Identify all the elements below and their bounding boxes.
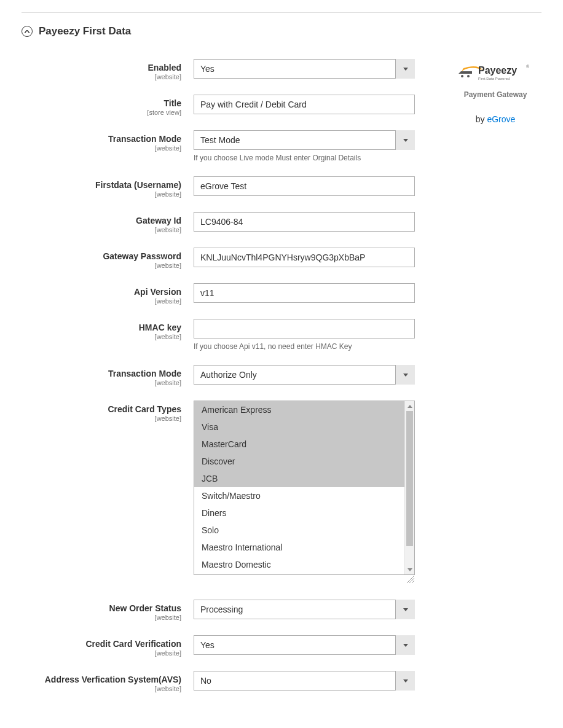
multiselect-option[interactable]: MasterCard <box>194 436 404 453</box>
input-api-version[interactable] <box>194 283 415 303</box>
select-ccv[interactable]: Yes <box>194 635 415 655</box>
chevron-down-icon <box>395 671 415 691</box>
field-payment-action: Transaction Mode [website] Authorize Onl… <box>22 365 431 386</box>
by-egrove: by eGrove <box>449 114 541 124</box>
svg-point-1 <box>467 75 470 77</box>
by-text: by <box>476 114 487 124</box>
sidebar-column: Payeezy First Data Powered ® Payment Gat… <box>431 59 541 124</box>
label-api-version: Api Version <box>22 287 181 297</box>
input-firstdata-username[interactable] <box>194 176 415 196</box>
scope-website: [website] <box>22 415 181 422</box>
note-transaction-mode: If you choose Live mode Must enter Orgin… <box>194 154 415 162</box>
scope-website: [website] <box>22 190 181 198</box>
field-hmac-key: HMAC key [website] If you choose Api v11… <box>22 319 431 351</box>
field-credit-card-types: Credit Card Types [website] American Exp… <box>22 401 431 575</box>
select-payment-action[interactable]: Authorize Only <box>194 365 415 385</box>
multiselect-option[interactable]: Solo <box>194 522 404 539</box>
input-title[interactable] <box>194 95 415 114</box>
select-avs-value: No <box>194 671 415 691</box>
payeezy-logo: Payeezy First Data Powered ® <box>449 59 541 85</box>
label-payment-action: Transaction Mode <box>22 369 181 378</box>
label-credit-card-types: Credit Card Types <box>22 404 181 414</box>
multiselect-option[interactable]: American Express <box>194 401 404 418</box>
form-column: Enabled [website] Yes Title [store view] <box>22 59 431 706</box>
field-ccv: Credit Card Verification [website] Yes <box>22 635 431 657</box>
svg-text:Payeezy: Payeezy <box>478 65 517 76</box>
chevron-down-icon <box>395 635 415 655</box>
input-gateway-id[interactable] <box>194 212 415 232</box>
input-hmac-key[interactable] <box>194 319 415 339</box>
label-title: Title <box>22 98 181 108</box>
label-firstdata-username: Firstdata (Username) <box>22 180 181 190</box>
scope-website: [website] <box>22 333 181 340</box>
label-gateway-password: Gateway Password <box>22 251 181 261</box>
label-new-order-status: New Order Status <box>22 603 181 613</box>
resize-grip-icon[interactable] <box>406 574 414 583</box>
logo-subtext: First Data Powered <box>478 77 510 80</box>
input-gateway-password[interactable] <box>194 248 415 267</box>
svg-point-0 <box>461 75 463 77</box>
multiselect-option[interactable]: Diners <box>194 504 404 522</box>
select-enabled-value: Yes <box>194 59 415 79</box>
scope-website: [website] <box>22 614 181 621</box>
multiselect-option[interactable]: Visa <box>194 418 404 436</box>
label-gateway-id: Gateway Id <box>22 216 181 225</box>
select-new-order-status[interactable]: Processing <box>194 600 415 619</box>
chevron-down-icon <box>395 365 415 385</box>
multiselect-option[interactable]: Discover <box>194 453 404 470</box>
section-title: Payeezy First Data <box>39 25 131 37</box>
scope-website: [website] <box>22 685 181 692</box>
chevron-down-icon <box>395 130 415 150</box>
scroll-thumb[interactable] <box>406 411 413 546</box>
select-payment-action-value: Authorize Only <box>194 365 415 385</box>
select-transaction-mode[interactable]: Test Mode <box>194 130 415 150</box>
scroll-up-icon <box>405 401 414 411</box>
field-transaction-mode: Transaction Mode [website] Test Mode If … <box>22 130 431 162</box>
note-hmac-key: If you choose Api v11, no need enter HMA… <box>194 342 415 351</box>
scope-website: [website] <box>22 144 181 152</box>
select-new-order-status-value: Processing <box>194 600 415 619</box>
collapse-up-icon <box>22 26 33 37</box>
field-firstdata-username: Firstdata (Username) [website] <box>22 176 431 198</box>
scrollbar[interactable] <box>404 401 414 574</box>
chevron-down-icon <box>395 600 415 619</box>
scope-website: [website] <box>22 262 181 269</box>
chevron-down-icon <box>395 59 415 79</box>
multiselect-option[interactable]: Switch/Maestro <box>194 487 404 504</box>
scope-website: [website] <box>22 649 181 657</box>
multiselect-credit-card-types[interactable]: American ExpressVisaMasterCardDiscoverJC… <box>194 401 415 575</box>
multiselect-option[interactable]: Maestro International <box>194 539 404 556</box>
field-gateway-password: Gateway Password [website] <box>22 248 431 269</box>
label-enabled: Enabled <box>22 63 181 72</box>
svg-text:®: ® <box>526 65 530 69</box>
select-transaction-mode-value: Test Mode <box>194 130 415 150</box>
gateway-text: Payment Gateway <box>449 90 541 99</box>
field-enabled: Enabled [website] Yes <box>22 59 431 80</box>
scroll-down-icon <box>405 565 414 574</box>
field-avs: Address Verfication System(AVS) [website… <box>22 671 431 692</box>
field-new-order-status: New Order Status [website] Processing <box>22 600 431 621</box>
select-enabled[interactable]: Yes <box>194 59 415 79</box>
scope-website: [website] <box>22 379 181 386</box>
select-avs[interactable]: No <box>194 671 415 691</box>
scope-website: [website] <box>22 226 181 233</box>
multiselect-option[interactable]: JCB <box>194 470 404 487</box>
label-ccv: Credit Card Verification <box>22 639 181 649</box>
label-avs: Address Verfication System(AVS) <box>22 675 181 684</box>
egrove-link[interactable]: eGrove <box>487 114 515 124</box>
divider <box>22 12 541 13</box>
scope-website: [website] <box>22 73 181 80</box>
field-api-version: Api Version [website] <box>22 283 431 305</box>
label-transaction-mode: Transaction Mode <box>22 134 181 144</box>
field-title: Title [store view] <box>22 95 431 116</box>
scope-website: [website] <box>22 297 181 305</box>
scope-storeview: [store view] <box>22 109 181 116</box>
select-ccv-value: Yes <box>194 635 415 655</box>
field-gateway-id: Gateway Id [website] <box>22 212 431 233</box>
label-hmac-key: HMAC key <box>22 323 181 332</box>
section-header[interactable]: Payeezy First Data <box>22 25 541 37</box>
multiselect-option[interactable]: Maestro Domestic <box>194 556 404 573</box>
